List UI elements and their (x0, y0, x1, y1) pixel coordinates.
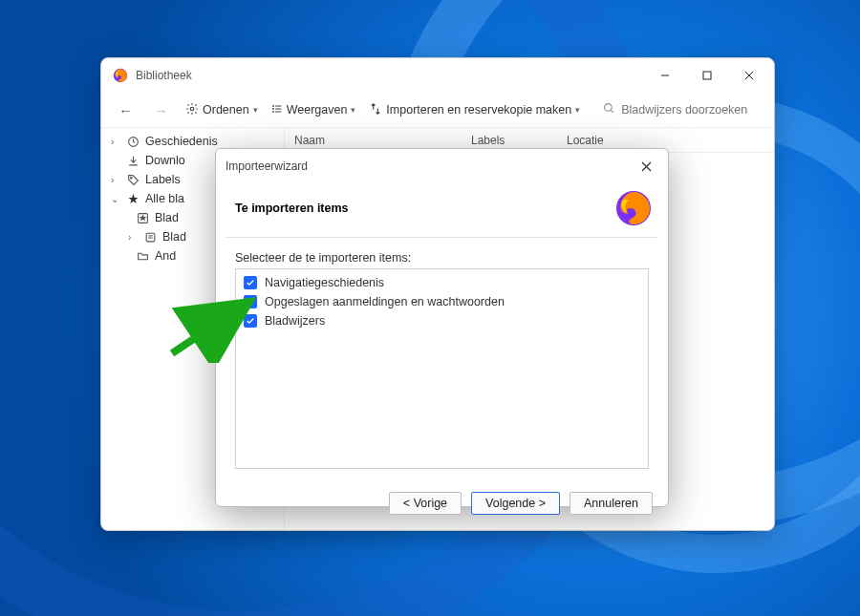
svg-point-5 (190, 107, 194, 111)
views-label: Weergaven (287, 103, 348, 117)
checkbox-navigation-history[interactable]: Navigatiegeschiedenis (242, 273, 642, 292)
import-export-icon (369, 102, 382, 118)
wizard-body: Selecteer de te importeren items: Naviga… (216, 238, 668, 482)
svg-point-15 (130, 177, 132, 179)
star-icon (126, 192, 140, 205)
wizard-window-title: Importeerwizard (226, 159, 634, 173)
import-wizard-dialog: Importeerwizard Te importeren items Sele… (215, 148, 669, 507)
folder-icon (136, 249, 149, 263)
window-title: Bibliotheek (136, 69, 644, 82)
svg-point-12 (605, 104, 613, 112)
prev-button[interactable]: < Vorige (389, 492, 462, 515)
svg-rect-2 (703, 72, 711, 79)
search-icon (603, 102, 615, 117)
download-icon (126, 154, 140, 167)
back-button[interactable]: ← (115, 100, 137, 120)
sidebar-item-label: Blad (162, 230, 186, 244)
svg-point-11 (272, 111, 273, 112)
checkbox-saved-logins[interactable]: Opgeslagen aanmeldingen en wachtwoorden (242, 292, 642, 311)
checkbox-icon (244, 295, 257, 308)
cancel-button[interactable]: Annuleren (570, 492, 653, 515)
clock-icon (126, 135, 140, 148)
svg-point-10 (272, 108, 273, 109)
import-items-box: Navigatiegeschiedenis Opgeslagen aanmeld… (235, 268, 649, 469)
toolbar: ← → Ordenen ▾ Weergaven ▾ Importeren en … (101, 93, 774, 127)
chevron-right-icon: › (111, 175, 120, 185)
checkbox-label: Bladwijzers (265, 314, 325, 328)
checkbox-bookmarks[interactable]: Bladwijzers (242, 311, 642, 330)
chevron-down-icon: ▾ (253, 105, 258, 115)
column-labels[interactable]: Labels (462, 134, 557, 147)
list-icon (271, 103, 283, 117)
svg-point-9 (272, 105, 273, 106)
sidebar-item-label: And (155, 249, 176, 263)
chevron-down-icon: ▾ (351, 105, 355, 115)
sort-label: Ordenen (203, 103, 249, 117)
views-menu[interactable]: Weergaven ▾ (271, 103, 356, 117)
checkbox-icon (244, 314, 257, 328)
checkbox-icon (244, 276, 257, 289)
search-input[interactable] (621, 103, 761, 117)
chevron-right-icon: › (128, 232, 138, 243)
column-location[interactable]: Locatie (557, 134, 774, 147)
close-button[interactable] (728, 61, 770, 90)
titlebar: Bibliotheek (101, 58, 774, 93)
column-name[interactable]: Naam (285, 134, 462, 147)
sidebar-item-label: Labels (145, 173, 181, 186)
wizard-titlebar: Importeerwizard (216, 149, 668, 183)
wizard-footer: < Vorige Volgende > Annuleren (216, 482, 668, 528)
sidebar-item-label: Alle bla (145, 192, 184, 205)
import-menu[interactable]: Importeren en reservekopie maken ▾ (369, 102, 580, 118)
maximize-button[interactable] (686, 61, 728, 90)
wizard-close-button[interactable] (634, 155, 658, 178)
sidebar-item-label: Geschiedenis (145, 135, 218, 148)
chevron-down-icon: ⌄ (111, 194, 120, 204)
next-button[interactable]: Volgende > (471, 492, 560, 515)
bookmarks-menu-icon (143, 230, 157, 244)
sidebar-item-label: Downlo (145, 154, 185, 167)
bookmark-star-icon (136, 211, 149, 224)
import-label: Importeren en reservekopie maken (386, 103, 571, 117)
search-field[interactable] (593, 102, 761, 117)
wizard-heading: Te importeren items (235, 202, 614, 215)
gear-icon (185, 102, 199, 118)
sidebar-item-label: Blad (155, 211, 179, 224)
firefox-icon (113, 68, 128, 83)
svg-line-13 (611, 110, 613, 113)
firefox-logo-icon (614, 189, 653, 227)
wizard-prompt: Selecteer de te importeren items: (235, 251, 649, 265)
checkbox-label: Navigatiegeschiedenis (265, 276, 384, 289)
forward-button[interactable]: → (150, 100, 172, 120)
chevron-right-icon: › (111, 137, 120, 147)
checkbox-label: Opgeslagen aanmeldingen en wachtwoorden (265, 295, 505, 308)
minimize-button[interactable] (644, 61, 686, 90)
wizard-header: Te importeren items (216, 183, 668, 237)
sort-menu[interactable]: Ordenen ▾ (185, 102, 258, 118)
tag-icon (126, 173, 140, 186)
chevron-down-icon: ▾ (575, 105, 580, 115)
